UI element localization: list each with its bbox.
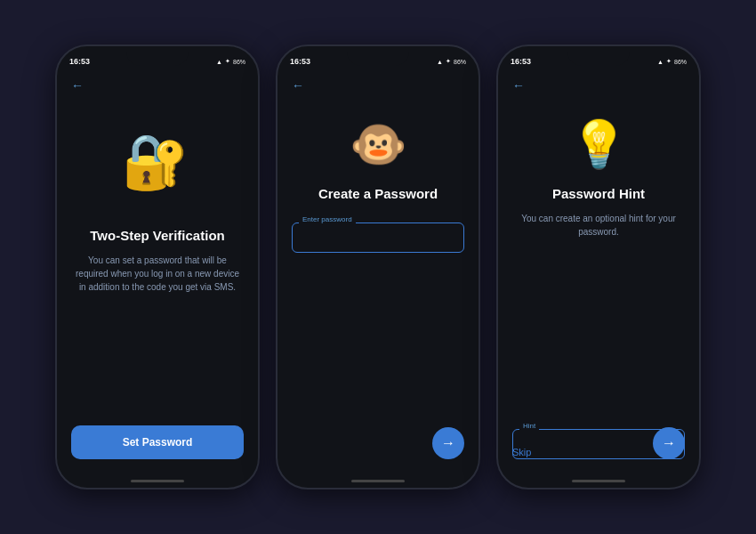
signal-icon: ▲ (216, 59, 222, 65)
battery-label: 86% (233, 59, 245, 65)
status-time-2: 16:53 (290, 57, 310, 66)
hint-input-label: Hint (519, 422, 539, 430)
screen-title-2: Create a Password (318, 186, 438, 201)
next-fab-button-2[interactable]: → (432, 427, 464, 459)
phone-3: 16:53 ▲ ✦ 86% ← 💡 Password Hint You can … (496, 44, 701, 490)
back-button-3[interactable]: ← (512, 78, 685, 93)
home-indicator-3 (498, 473, 699, 488)
phone2-content: 🐵 Create a Password Enter password (292, 100, 464, 459)
status-icons-1: ▲ ✦ 86% (216, 58, 245, 65)
back-button-2[interactable]: ← (292, 78, 464, 93)
phone3-content: 💡 Password Hint You can create an option… (512, 100, 685, 459)
screen-title-3: Password Hint (552, 186, 645, 201)
wifi-icon: ✦ (225, 58, 230, 65)
home-bar-3 (572, 480, 625, 482)
phone-2: 16:53 ▲ ✦ 86% ← 🐵 Create a Password Ente… (276, 44, 480, 490)
home-bar-2 (351, 480, 405, 482)
lock-key-icon: 🔐 (122, 132, 189, 191)
phone-1: 16:53 ▲ ✦ 86% ← 🔐 Two-Step Verification … (55, 44, 260, 490)
home-indicator-2 (277, 473, 479, 488)
set-password-button[interactable]: Set Password (71, 425, 244, 459)
monkey-icon: 🐵 (350, 117, 407, 172)
screen-2: ← 🐵 Create a Password Enter password → (277, 71, 479, 473)
screen-description-3: You can create an optional hint for your… (512, 212, 685, 239)
status-icons-2: ▲ ✦ 86% (437, 58, 466, 65)
password-input-container: Enter password (292, 222, 464, 253)
battery-label-2: 86% (454, 59, 466, 65)
home-bar-1 (131, 480, 184, 482)
skip-link[interactable]: Skip (512, 447, 531, 457)
status-icons-3: ▲ ✦ 86% (657, 58, 687, 65)
home-indicator-1 (57, 473, 258, 488)
bulb-icon: 💡 (570, 117, 628, 172)
back-button-1[interactable]: ← (71, 78, 244, 93)
screen-description-1: You can set a password that will be requ… (71, 254, 244, 294)
wifi-icon-2: ✦ (446, 58, 451, 65)
screen-1: ← 🔐 Two-Step Verification You can set a … (57, 71, 258, 473)
signal-icon-2: ▲ (437, 59, 443, 65)
status-bar-3: 16:53 ▲ ✦ 86% (498, 46, 699, 71)
phone1-content: 🔐 Two-Step Verification You can set a pa… (71, 100, 244, 459)
next-fab-button-3[interactable]: → (653, 427, 685, 459)
password-input-label: Enter password (299, 215, 356, 223)
screen-3: ← 💡 Password Hint You can create an opti… (498, 71, 699, 473)
battery-label-3: 86% (674, 59, 687, 65)
wifi-icon-3: ✦ (666, 58, 672, 65)
password-input[interactable] (292, 222, 464, 253)
status-bar-1: 16:53 ▲ ✦ 86% (57, 46, 258, 71)
status-bar-2: 16:53 ▲ ✦ 86% (277, 46, 479, 71)
status-time-3: 16:53 (511, 57, 531, 66)
status-time-1: 16:53 (69, 57, 90, 66)
signal-icon-3: ▲ (657, 59, 664, 65)
screen-title-1: Two-Step Verification (90, 228, 224, 243)
lock-icon-container: 🔐 (122, 135, 193, 206)
